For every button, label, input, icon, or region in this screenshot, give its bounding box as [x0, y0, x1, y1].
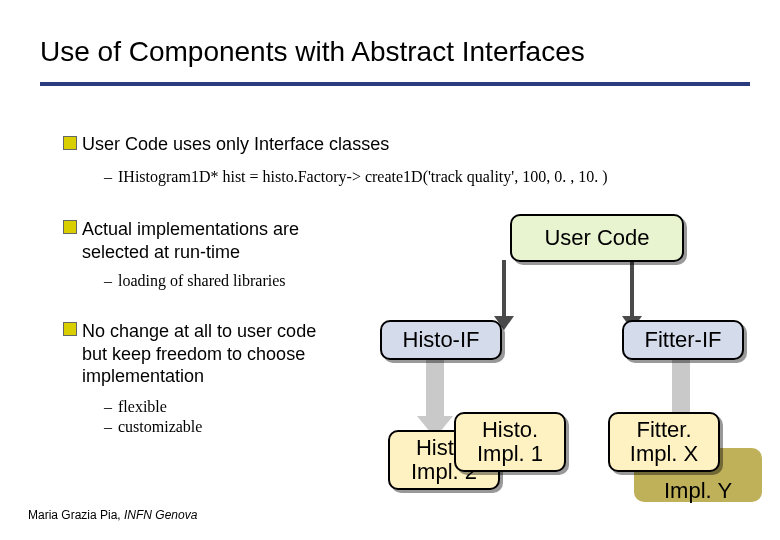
footer: Maria Grazia Pia, INFN Genova [28, 508, 197, 522]
box-histo-if: Histo-IF [380, 320, 502, 360]
footer-institution: INFN Genova [124, 508, 197, 522]
sub-bullet-customizable: customizable [104, 418, 202, 436]
sub-text: customizable [118, 418, 202, 435]
sub-text: flexible [118, 398, 167, 415]
box-label: Impl. Y [664, 478, 732, 503]
bullet-runtime: Actual implementations are selected at r… [64, 218, 362, 263]
footer-author: Maria Grazia Pia, [28, 508, 124, 522]
bullet-icon [64, 137, 76, 149]
box-label: User Code [544, 226, 649, 250]
bullet-user-code: User Code uses only Interface classes [64, 134, 642, 155]
box-label: Histo. Impl. 1 [456, 418, 564, 466]
box-user-code: User Code [510, 214, 684, 262]
arrow-stem [502, 260, 506, 316]
title-underline [40, 82, 750, 86]
bullet-nochange: No change at all to user code but keep f… [64, 320, 342, 388]
box-fitter-if: Fitter-IF [622, 320, 744, 360]
bullet-icon [64, 323, 76, 335]
box-label: Fitter. Impl. X [610, 418, 718, 466]
label-impl-y: Impl. Y [664, 478, 732, 504]
bullet-text: User Code uses only Interface classes [82, 134, 389, 154]
box-label: Histo-IF [403, 328, 480, 352]
bullet-text: Actual implementations are selected at r… [82, 219, 299, 262]
box-fitter-implx: Fitter. Impl. X [608, 412, 720, 472]
arrow-column [426, 356, 444, 416]
sub-bullet-loading: loading of shared libraries [104, 272, 378, 290]
sub-bullet-flexible: flexible [104, 398, 167, 416]
slide-title: Use of Components with Abstract Interfac… [40, 36, 750, 68]
box-histo-impl1: Histo. Impl. 1 [454, 412, 566, 472]
arrow-column [672, 356, 690, 416]
arrow-stem [630, 260, 634, 316]
code-line: IHistogram1D* hist = histo.Factory-> cre… [118, 168, 607, 185]
bullet-icon [64, 221, 76, 233]
bullet-text: No change at all to user code but keep f… [82, 321, 316, 386]
sub-text: loading of shared libraries [118, 272, 286, 289]
sub-bullet-code: IHistogram1D* hist = histo.Factory-> cre… [104, 168, 738, 186]
slide: Use of Components with Abstract Interfac… [0, 0, 780, 540]
box-label: Fitter-IF [645, 328, 722, 352]
